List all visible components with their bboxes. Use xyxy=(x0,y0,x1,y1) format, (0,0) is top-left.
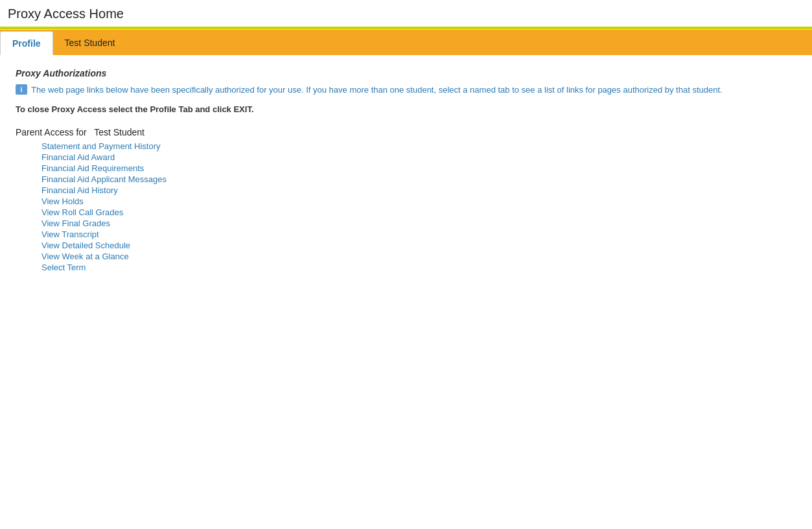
link-view-roll-call-grades[interactable]: View Roll Call Grades xyxy=(41,207,123,217)
tab-student[interactable]: Test Student xyxy=(53,32,127,53)
link-view-detailed-schedule[interactable]: View Detailed Schedule xyxy=(41,241,130,250)
link-view-final-grades[interactable]: View Final Grades xyxy=(41,218,110,228)
parent-access-student-name: Test Student xyxy=(94,127,145,137)
links-list: Statement and Payment HistoryFinancial A… xyxy=(16,141,796,272)
list-item: Statement and Payment History xyxy=(41,141,796,151)
proxy-auth-heading: Proxy Authorizations xyxy=(16,68,796,78)
link-financial-aid-requirements[interactable]: Financial Aid Requirements xyxy=(41,163,144,173)
parent-access-prefix: Parent Access for xyxy=(16,127,87,137)
link-view-week-at-a-glance[interactable]: View Week at a Glance xyxy=(41,252,129,261)
list-item: View Final Grades xyxy=(41,218,796,228)
list-item: Financial Aid Requirements xyxy=(41,163,796,173)
list-item: Financial Aid History xyxy=(41,185,796,195)
link-financial-aid-applicant-messages[interactable]: Financial Aid Applicant Messages xyxy=(41,174,167,184)
link-financial-aid-award[interactable]: Financial Aid Award xyxy=(41,152,115,162)
link-view-holds[interactable]: View Holds xyxy=(41,196,84,206)
list-item: View Detailed Schedule xyxy=(41,241,796,250)
list-item: View Roll Call Grades xyxy=(41,207,796,217)
list-item: View Transcript xyxy=(41,229,796,239)
info-description: The web page links below have been speci… xyxy=(31,84,723,97)
tab-bar: Profile Test Student xyxy=(0,29,812,55)
list-item: Financial Aid Award xyxy=(41,152,796,162)
link-statement-and-payment-history[interactable]: Statement and Payment History xyxy=(41,141,161,151)
parent-access-heading: Parent Access for Test Student xyxy=(16,127,796,137)
list-item: View Holds xyxy=(41,196,796,206)
close-notice: To close Proxy Access select the Profile… xyxy=(16,104,796,114)
list-item: Financial Aid Applicant Messages xyxy=(41,174,796,184)
link-view-transcript[interactable]: View Transcript xyxy=(41,229,99,239)
parent-access-section: Parent Access for Test Student Statement… xyxy=(16,127,796,272)
info-block: The web page links below have been speci… xyxy=(16,84,796,97)
list-item: View Week at a Glance xyxy=(41,252,796,261)
link-financial-aid-history[interactable]: Financial Aid History xyxy=(41,185,118,195)
tab-profile[interactable]: Profile xyxy=(0,31,53,55)
list-item: Select Term xyxy=(41,263,796,272)
page-title: Proxy Access Home xyxy=(0,0,812,27)
link-select-term[interactable]: Select Term xyxy=(41,263,86,272)
info-icon xyxy=(16,84,27,95)
main-content: Proxy Authorizations The web page links … xyxy=(0,55,812,287)
